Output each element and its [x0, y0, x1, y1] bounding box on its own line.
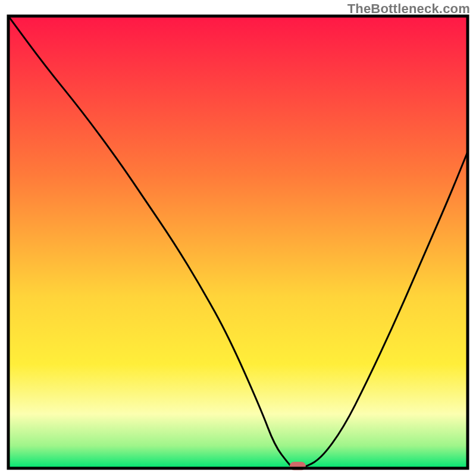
chart-container: { "watermark": "TheBottleneck.com", "col…: [0, 0, 476, 476]
gradient-background: [8, 16, 468, 468]
watermark-text: TheBottleneck.com: [347, 1, 470, 17]
bottleneck-chart: [0, 0, 476, 476]
